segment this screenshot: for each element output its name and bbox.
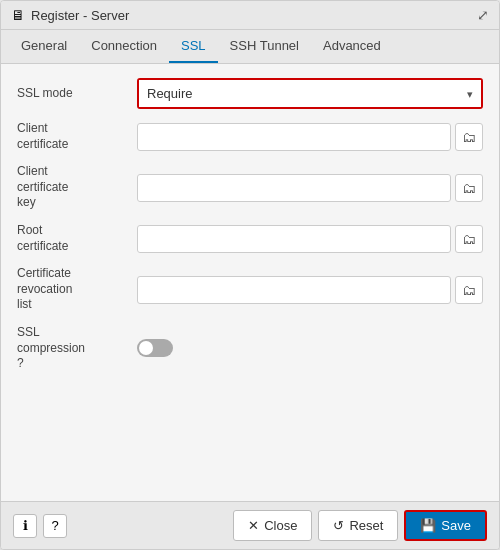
info-button[interactable]: ℹ — [13, 514, 37, 538]
form-content: SSL mode Allow Disable Prefer Require Ve… — [1, 64, 499, 501]
client-certificate-browse-button[interactable]: 🗂 — [455, 123, 483, 151]
close-button[interactable]: ✕ Close — [233, 510, 312, 541]
ssl-compression-row: SSLcompression? — [17, 325, 483, 372]
titlebar-left: 🖥 Register - Server — [11, 7, 129, 23]
cert-revocation-control: 🗂 — [137, 276, 483, 304]
ssl-compression-label: SSLcompression? — [17, 325, 137, 372]
info-icon: ℹ — [23, 518, 28, 533]
tab-ssh-tunnel[interactable]: SSH Tunnel — [218, 30, 311, 63]
window-title: Register - Server — [31, 8, 129, 23]
reset-label: Reset — [349, 518, 383, 533]
save-icon: 💾 — [420, 518, 436, 533]
save-button[interactable]: 💾 Save — [404, 510, 487, 541]
client-certificate-key-input[interactable] — [137, 174, 451, 202]
toggle-knob — [139, 341, 153, 355]
ssl-mode-select[interactable]: Allow Disable Prefer Require Verify-CA V… — [139, 80, 481, 107]
save-label: Save — [441, 518, 471, 533]
client-certificate-control: 🗂 — [137, 123, 483, 151]
help-icon: ? — [51, 518, 58, 533]
client-certificate-row: Clientcertificate 🗂 — [17, 121, 483, 152]
client-certificate-key-label: Clientcertificatekey — [17, 164, 137, 211]
ssl-mode-row: SSL mode Allow Disable Prefer Require Ve… — [17, 78, 483, 109]
tab-advanced[interactable]: Advanced — [311, 30, 393, 63]
tab-connection[interactable]: Connection — [79, 30, 169, 63]
ssl-mode-select-wrap: Allow Disable Prefer Require Verify-CA V… — [137, 78, 483, 109]
footer: ℹ ? ✕ Close ↺ Reset 💾 Save — [1, 501, 499, 549]
footer-right-buttons: ✕ Close ↺ Reset 💾 Save — [233, 510, 487, 541]
reset-icon: ↺ — [333, 518, 344, 533]
root-certificate-input[interactable] — [137, 225, 451, 253]
cert-revocation-input[interactable] — [137, 276, 451, 304]
close-label: Close — [264, 518, 297, 533]
window: 🖥 Register - Server ⤢ General Connection… — [0, 0, 500, 550]
client-certificate-input[interactable] — [137, 123, 451, 151]
window-icon: 🖥 — [11, 7, 25, 23]
client-certificate-key-row: Clientcertificatekey 🗂 — [17, 164, 483, 211]
root-certificate-control: 🗂 — [137, 225, 483, 253]
root-certificate-browse-button[interactable]: 🗂 — [455, 225, 483, 253]
cert-revocation-label: Certificaterevocationlist — [17, 266, 137, 313]
client-certificate-key-control: 🗂 — [137, 174, 483, 202]
ssl-compression-control — [137, 339, 483, 357]
root-certificate-label: Rootcertificate — [17, 223, 137, 254]
client-certificate-key-browse-button[interactable]: 🗂 — [455, 174, 483, 202]
tab-ssl[interactable]: SSL — [169, 30, 218, 63]
cert-revocation-row: Certificaterevocationlist 🗂 — [17, 266, 483, 313]
ssl-mode-control: Allow Disable Prefer Require Verify-CA V… — [137, 78, 483, 109]
tab-general[interactable]: General — [9, 30, 79, 63]
titlebar: 🖥 Register - Server ⤢ — [1, 1, 499, 30]
ssl-compression-toggle-wrap — [137, 339, 173, 357]
help-button[interactable]: ? — [43, 514, 67, 538]
footer-left-buttons: ℹ ? — [13, 514, 67, 538]
client-certificate-label: Clientcertificate — [17, 121, 137, 152]
expand-icon[interactable]: ⤢ — [477, 7, 489, 23]
ssl-mode-label: SSL mode — [17, 86, 137, 102]
reset-button[interactable]: ↺ Reset — [318, 510, 398, 541]
root-certificate-row: Rootcertificate 🗂 — [17, 223, 483, 254]
close-icon: ✕ — [248, 518, 259, 533]
tab-bar: General Connection SSL SSH Tunnel Advanc… — [1, 30, 499, 64]
cert-revocation-browse-button[interactable]: 🗂 — [455, 276, 483, 304]
ssl-compression-toggle[interactable] — [137, 339, 173, 357]
